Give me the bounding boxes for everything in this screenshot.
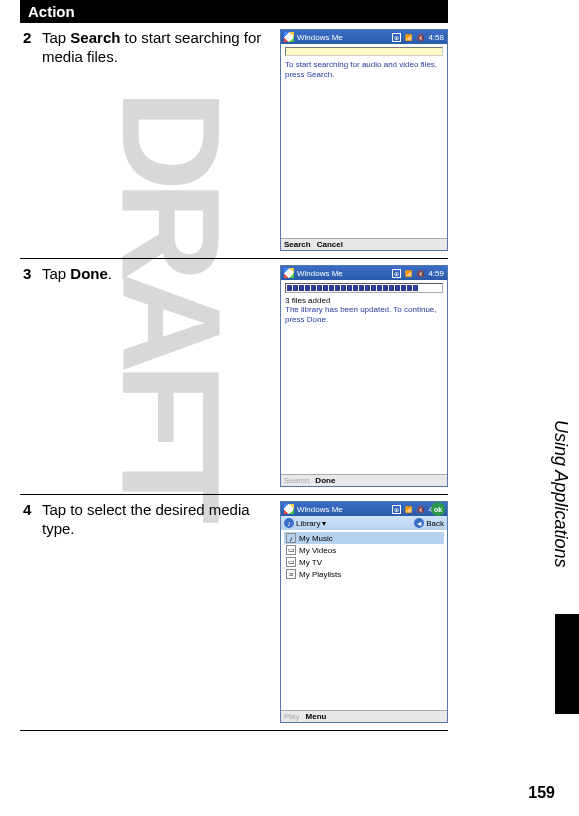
signal-icon: 📶 [404, 33, 413, 42]
step-text: Tap Search to start searching for media … [42, 29, 280, 67]
info-message-line1: The library has been updated. To continu… [285, 305, 443, 315]
screen-body: To start searching for audio and video f… [281, 44, 447, 238]
step-keyword: Search [70, 29, 120, 46]
ok-button[interactable]: ok [431, 502, 445, 516]
status-text: 3 files added [285, 296, 443, 305]
step-text-after: . [108, 265, 112, 282]
tv-icon: ▭ [286, 557, 296, 567]
done-button[interactable]: Done [315, 476, 335, 485]
step-row: 2 Tap Search to start searching for medi… [20, 23, 448, 259]
chevron-down-icon: ▾ [322, 519, 326, 528]
titlebar: Windows Me ⊕ 📶 🔇 4:58 [281, 30, 447, 44]
menu-button[interactable]: Menu [306, 712, 327, 721]
device-screenshot: Windows Me ⊕ 📶 🔇 4:54 ok ♪ Library ▾ ◄ B… [280, 501, 448, 723]
status-icon: ⊕ [392, 33, 401, 42]
info-message-line2: press Done. [285, 315, 443, 325]
page-content: Action 2 Tap Search to start searching f… [0, 0, 579, 731]
search-button[interactable]: Search [284, 240, 311, 249]
search-button-disabled: Search [284, 476, 309, 485]
step-row: 3 Tap Done. Windows Me ⊕ 📶 🔇 4:59 3 file… [20, 259, 448, 495]
video-icon: ▭ [286, 545, 296, 555]
step-text-before: Tap [42, 29, 70, 46]
device-screenshot: Windows Me ⊕ 📶 🔇 4:59 3 files added The … [280, 265, 448, 487]
softkey-bar: Play Menu [281, 710, 447, 722]
speaker-icon: 🔇 [416, 269, 425, 278]
list-item[interactable]: ▭ My TV [284, 556, 444, 568]
info-message-line2: press Search. [285, 70, 443, 80]
cancel-button[interactable]: Cancel [317, 240, 343, 249]
step-number: 4 [20, 501, 42, 518]
play-button-disabled: Play [284, 712, 300, 721]
titlebar-title: Windows Me [297, 33, 389, 42]
back-label: Back [426, 519, 444, 528]
media-list: ♪ My Music ▭ My Videos ▭ My TV ≡ My Play… [281, 530, 447, 710]
status-icon: ⊕ [392, 505, 401, 514]
info-message-line1: To start searching for audio and video f… [285, 60, 443, 70]
search-input[interactable] [285, 47, 443, 56]
signal-icon: 📶 [404, 269, 413, 278]
back-icon: ◄ [414, 518, 424, 528]
step-text: Tap Done. [42, 265, 280, 284]
clock: 4:59 [428, 269, 444, 278]
playlist-icon: ≡ [286, 569, 296, 579]
list-item-label: My Videos [299, 546, 336, 555]
windows-icon [284, 32, 294, 42]
titlebar: Windows Me ⊕ 📶 🔇 4:54 ok [281, 502, 447, 516]
progress-bar [285, 283, 443, 293]
clock: 4:58 [428, 33, 444, 42]
signal-icon: 📶 [404, 505, 413, 514]
titlebar-title: Windows Me [297, 269, 389, 278]
speaker-icon: 🔇 [416, 33, 425, 42]
back-button[interactable]: ◄ Back [414, 518, 444, 528]
action-header: Action [20, 0, 448, 23]
library-dropdown[interactable]: Library [296, 519, 320, 528]
list-item[interactable]: ▭ My Videos [284, 544, 444, 556]
windows-icon [284, 268, 294, 278]
step-text-before: Tap [42, 265, 70, 282]
step-text: Tap to select the desired media type. [42, 501, 280, 539]
list-item[interactable]: ♪ My Music [284, 532, 444, 544]
device-screenshot: Windows Me ⊕ 📶 🔇 4:58 To start searching… [280, 29, 448, 251]
softkey-bar: Search Cancel [281, 238, 447, 250]
library-toolbar: ♪ Library ▾ ◄ Back [281, 516, 447, 530]
library-icon: ♪ [284, 518, 294, 528]
speaker-icon: 🔇 [416, 505, 425, 514]
step-number: 2 [20, 29, 42, 46]
list-item[interactable]: ≡ My Playlists [284, 568, 444, 580]
step-row: 4 Tap to select the desired media type. … [20, 495, 448, 731]
step-text-before: Tap to select the desired media type. [42, 501, 250, 537]
windows-icon [284, 504, 294, 514]
softkey-bar: Search Done [281, 474, 447, 486]
screen-body: 3 files added The library has been updat… [281, 280, 447, 474]
step-number: 3 [20, 265, 42, 282]
step-keyword: Done [70, 265, 108, 282]
page-number: 159 [528, 784, 555, 802]
titlebar: Windows Me ⊕ 📶 🔇 4:59 [281, 266, 447, 280]
list-item-label: My Playlists [299, 570, 341, 579]
status-icon: ⊕ [392, 269, 401, 278]
titlebar-title: Windows Me [297, 505, 389, 514]
list-item-label: My TV [299, 558, 322, 567]
music-icon: ♪ [286, 533, 296, 543]
list-item-label: My Music [299, 534, 333, 543]
